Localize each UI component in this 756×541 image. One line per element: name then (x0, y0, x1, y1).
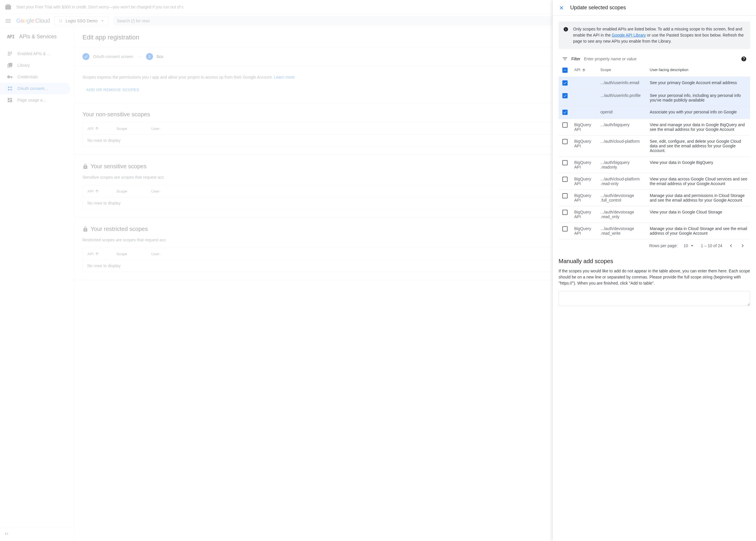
scope-row: BigQuery API.../auth/devstorage .read_wr… (559, 223, 750, 239)
scope-row: BigQuery API.../auth/devstorage .read_on… (559, 206, 750, 223)
help-icon[interactable] (741, 56, 747, 62)
api-library-link[interactable]: Google API Library (612, 33, 646, 37)
scope-checkbox[interactable] (562, 160, 568, 165)
scope-checkbox[interactable] (562, 226, 568, 232)
page-range: 1 – 10 of 24 (701, 244, 722, 248)
scope-row: .../auth/userinfo.emailSee your primary … (559, 77, 750, 90)
rows-per-page-selector[interactable]: 10 (683, 243, 695, 249)
scope-description: View your data across Google Cloud servi… (647, 173, 750, 190)
scope-row: openidAssociate you with your personal i… (559, 106, 750, 119)
info-icon (563, 27, 568, 32)
scope-description: Manage your data in Cloud Storage and se… (647, 223, 750, 239)
scope-checkbox[interactable] (562, 210, 568, 215)
scope-path: openid (597, 106, 647, 119)
scope-row: BigQuery API.../auth/bigquery .readonlyV… (559, 157, 750, 173)
scope-api (571, 106, 597, 119)
info-box: Only scopes for enabled APIs are listed … (559, 21, 750, 49)
filter-input[interactable] (584, 57, 737, 61)
scope-description: See, edit, configure, and delete your Go… (647, 136, 750, 157)
scope-checkbox[interactable] (562, 139, 568, 144)
scope-checkbox[interactable] (562, 93, 568, 98)
scope-api: BigQuery API (571, 157, 597, 173)
scope-api: BigQuery API (571, 173, 597, 190)
close-icon[interactable] (559, 5, 564, 11)
scope-row: .../auth/userinfo.profileSee your person… (559, 90, 750, 106)
scope-api (571, 77, 597, 90)
scope-checkbox[interactable] (562, 122, 568, 128)
next-page-icon[interactable] (740, 243, 746, 249)
scope-api: BigQuery API (571, 206, 597, 223)
filter-icon[interactable] (562, 56, 568, 62)
manual-add-section: Manually add scopes If the scopes you wo… (559, 258, 750, 307)
scope-api: BigQuery API (571, 136, 597, 157)
scope-api (571, 90, 597, 106)
pagination: Rows per page: 10 1 – 10 of 24 (559, 239, 750, 252)
scope-path: .../auth/devstorage .read_write (597, 223, 647, 239)
caret-down-icon (689, 243, 695, 249)
scope-description: Manage your data and permissions in Clou… (647, 190, 750, 206)
scope-path: .../auth/userinfo.profile (597, 90, 647, 106)
scope-description: See your personal info, including any pe… (647, 90, 750, 106)
filter-row: Filter (559, 54, 750, 64)
scope-path: .../auth/devstorage .full_control (597, 190, 647, 206)
scope-checkbox[interactable] (562, 193, 568, 199)
scope-description: Associate you with your personal info on… (647, 106, 750, 119)
scope-row: BigQuery API.../auth/devstorage .full_co… (559, 190, 750, 206)
manual-add-desc: If the scopes you would like to add do n… (559, 268, 750, 286)
scope-row: BigQuery API.../auth/cloud-platform .rea… (559, 173, 750, 190)
scope-api: BigQuery API (571, 119, 597, 136)
scope-row: BigQuery API.../auth/cloud-platformSee, … (559, 136, 750, 157)
scopes-table: API Scope User-facing description .../au… (559, 64, 750, 239)
update-scopes-panel: Update selected scopes Only scopes for e… (553, 0, 756, 541)
scope-api: BigQuery API (571, 190, 597, 206)
scope-path: .../auth/cloud-platform (597, 136, 647, 157)
rows-per-page-label: Rows per page: (649, 244, 678, 248)
manual-add-title: Manually add scopes (559, 258, 750, 265)
scope-description: View your data in Google Cloud Storage (647, 206, 750, 223)
scope-checkbox[interactable] (562, 177, 568, 182)
scope-path: .../auth/cloud-platform .read-only (597, 173, 647, 190)
scope-path: .../auth/userinfo.email (597, 77, 647, 90)
scope-checkbox[interactable] (562, 110, 568, 115)
scope-api: BigQuery API (571, 223, 597, 239)
scope-path: .../auth/bigquery .readonly (597, 157, 647, 173)
manual-scopes-textarea[interactable] (559, 291, 750, 306)
scope-path: .../auth/bigquery (597, 119, 647, 136)
sort-up-icon[interactable] (582, 68, 586, 73)
scope-checkbox[interactable] (562, 80, 568, 86)
scope-description: See your primary Google Account email ad… (647, 77, 750, 90)
select-all-checkbox[interactable] (562, 68, 568, 73)
panel-title: Update selected scopes (570, 5, 626, 11)
prev-page-icon[interactable] (728, 243, 734, 249)
scope-row: BigQuery API.../auth/bigqueryView and ma… (559, 119, 750, 136)
filter-label: Filter (571, 57, 580, 61)
scope-description: View your data in Google BigQuery (647, 157, 750, 173)
scope-path: .../auth/devstorage .read_only (597, 206, 647, 223)
scope-description: View and manage your data in Google BigQ… (647, 119, 750, 136)
